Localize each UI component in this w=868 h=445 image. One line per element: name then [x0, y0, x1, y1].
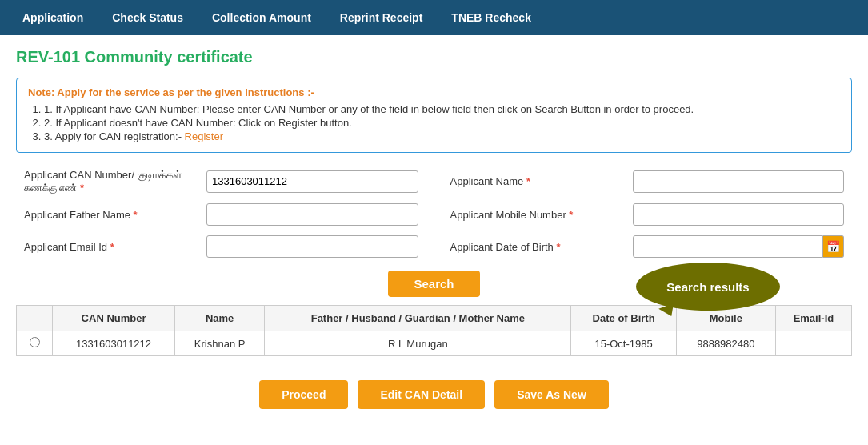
search-results-bubble-container: Search results — [636, 263, 780, 311]
page-title: REV-101 Community certificate — [16, 48, 852, 66]
note-item-1: 1. If Applicant have CAN Number: Please … — [44, 103, 840, 115]
email-input[interactable] — [206, 235, 418, 258]
father-label: Applicant Father Name * — [24, 209, 200, 221]
save-as-new-button[interactable]: Save As New — [494, 380, 609, 409]
row-radio-cell[interactable] — [17, 331, 53, 356]
nav-check-status[interactable]: Check Status — [98, 0, 198, 35]
main-content: REV-101 Community certificate Note: Appl… — [0, 35, 868, 445]
register-link[interactable]: Register — [185, 130, 223, 142]
can-input[interactable] — [206, 170, 418, 193]
col-can: CAN Number — [53, 306, 175, 331]
note-box: Note: Apply for the service as per the g… — [16, 78, 852, 153]
calendar-button[interactable]: 📅 — [823, 235, 844, 258]
father-input[interactable] — [206, 203, 418, 226]
note-item-3: 3. Apply for CAN registration:- Register — [44, 130, 840, 142]
can-field: Applicant CAN Number/ குடிமக்கள் கணக்கு … — [24, 169, 418, 194]
nav-collection-amount[interactable]: Collection Amount — [198, 0, 326, 35]
proceed-button[interactable]: Proceed — [259, 380, 348, 409]
note-header: Note: Apply for the service as per the g… — [28, 86, 840, 98]
search-button[interactable]: Search — [388, 271, 479, 297]
col-name: Name — [174, 306, 264, 331]
can-label: Applicant CAN Number/ குடிமக்கள் கணக்கு … — [24, 169, 200, 194]
col-father: Father / Husband / Guardian / Mother Nam… — [265, 306, 571, 331]
name-label: Applicant Name * — [450, 175, 626, 187]
search-area: Search Search results — [16, 271, 852, 297]
nav-reprint-receipt[interactable]: Reprint Receipt — [326, 0, 437, 35]
note-item-2: 2. If Applicant doesn't have CAN Number:… — [44, 117, 840, 129]
top-navigation: Application Check Status Collection Amou… — [0, 0, 868, 35]
father-field: Applicant Father Name * — [24, 203, 418, 226]
email-label: Applicant Email Id * — [24, 241, 200, 253]
action-buttons: Proceed Edit CAN Detail Save As New — [16, 372, 852, 417]
col-radio — [17, 306, 53, 331]
row-radio[interactable] — [30, 337, 40, 347]
applicant-form: Applicant CAN Number/ குடிமக்கள் கணக்கு … — [16, 169, 852, 258]
nav-tneb-recheck[interactable]: TNEB Recheck — [437, 0, 546, 35]
mobile-label: Applicant Mobile Number * — [450, 209, 626, 221]
results-table: CAN Number Name Father / Husband / Guard… — [16, 305, 852, 356]
dob-input-group: 📅 — [633, 235, 845, 258]
row-email — [775, 331, 851, 356]
note-list: 1. If Applicant have CAN Number: Please … — [28, 103, 840, 142]
table-body: 1331603011212 Krishnan P R L Murugan 15-… — [17, 331, 852, 356]
table-row: 1331603011212 Krishnan P R L Murugan 15-… — [17, 331, 852, 356]
row-name: Krishnan P — [174, 331, 264, 356]
mobile-field: Applicant Mobile Number * — [450, 203, 845, 226]
row-can: 1331603011212 — [53, 331, 175, 356]
mobile-input[interactable] — [633, 203, 845, 226]
name-field: Applicant Name * — [450, 169, 845, 194]
row-mobile: 9888982480 — [676, 331, 775, 356]
nav-application[interactable]: Application — [8, 0, 98, 35]
edit-can-button[interactable]: Edit CAN Detail — [358, 380, 485, 409]
col-email: Email-Id — [775, 306, 851, 331]
email-field: Applicant Email Id * — [24, 235, 418, 258]
name-input[interactable] — [633, 170, 845, 193]
row-dob: 15-Oct-1985 — [571, 331, 677, 356]
row-father: R L Murugan — [265, 331, 571, 356]
dob-label: Applicant Date of Birth * — [450, 241, 626, 253]
dob-field: Applicant Date of Birth * 📅 — [450, 235, 845, 258]
dob-input[interactable] — [633, 235, 824, 258]
search-results-bubble: Search results — [636, 263, 780, 311]
